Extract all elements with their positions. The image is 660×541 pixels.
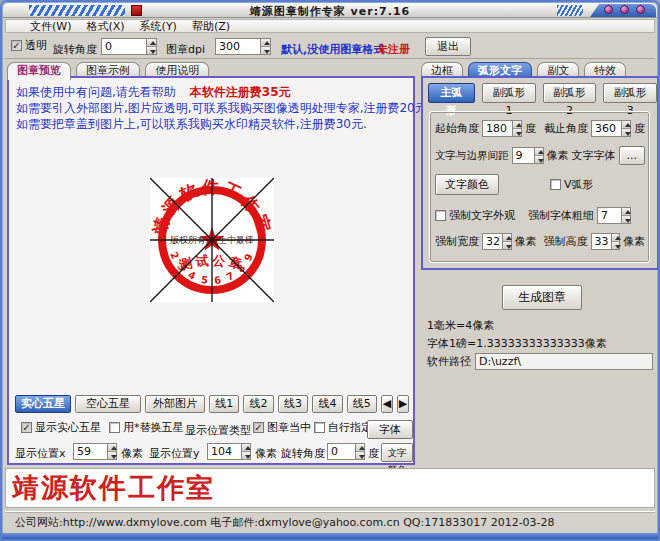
tab-stamp-preview[interactable]: 图章预览 — [7, 62, 71, 80]
line4-button[interactable]: 线4 — [312, 395, 342, 413]
force-height-spinner[interactable] — [591, 233, 621, 250]
close-button[interactable] — [636, 5, 645, 14]
v-arc-checkbox[interactable]: V弧形 — [550, 177, 594, 192]
software-path-row: 软件路径 — [427, 353, 653, 370]
scroll-left-button[interactable]: ◀ — [381, 395, 393, 413]
checkbox-check-icon: ✓ — [11, 40, 22, 51]
status-bar: 公司网站:http://www.dxmylove.com 电子邮件:dxmylo… — [5, 511, 655, 533]
minimize-button[interactable] — [604, 5, 613, 14]
pos-x-spinner[interactable] — [73, 443, 117, 460]
force-height-label: 强制高度 — [544, 234, 588, 249]
title-bar[interactable]: 靖源图章制作专家 ver:7.16 — [3, 3, 657, 18]
menu-file[interactable]: 文件(W) — [30, 19, 71, 34]
degree-label: 度 — [525, 121, 536, 136]
pt-conversion-text: 字体1磅=1.33333333333333像素 — [427, 336, 607, 351]
show-solid-star-checkbox[interactable]: ✓ 显示实心五星 — [21, 420, 101, 435]
spinner-arrows-icon[interactable] — [241, 444, 250, 459]
pos-y-label: 显示位置y — [149, 446, 200, 461]
end-angle-label: 截止角度 — [544, 121, 588, 136]
status-text: 公司网站:http://www.dxmylove.com 电子邮件:dxmylo… — [5, 515, 555, 530]
checkbox-check-icon: ✓ — [21, 422, 32, 433]
spinner-arrows-icon[interactable] — [621, 208, 630, 223]
sub-arc1-button[interactable]: 副弧形1 — [482, 83, 536, 103]
spinner-arrows-icon[interactable] — [260, 39, 270, 54]
banner-text: 靖源软件工作室 — [6, 470, 215, 506]
text-margin-label: 文字与边界间距 — [435, 149, 509, 163]
menu-format[interactable]: 格式(X) — [86, 19, 124, 34]
spinner-arrows-icon[interactable] — [107, 444, 116, 459]
external-image-button[interactable]: 外部图片 — [145, 395, 205, 413]
line3-button[interactable]: 线3 — [278, 395, 308, 413]
solid-star-button[interactable]: 实心五星 — [15, 395, 71, 413]
register-fee-text: 本软件注册费35元 — [190, 85, 291, 99]
position-row: 显示位置x 像素 显示位置y 像素 旋转角度 度 文字颜色 — [9, 442, 413, 464]
arc-settings-groupbox: 起始角度 度 截止角度 度 文字与边界间距 像素 — [429, 111, 650, 263]
sub-arc2-button[interactable]: 副弧形2 — [543, 83, 597, 103]
text-color-button[interactable]: 文字颜色 — [381, 443, 413, 462]
exit-button[interactable]: 退出 — [425, 37, 471, 56]
software-path-input[interactable] — [475, 353, 653, 370]
force-width-spinner[interactable] — [482, 233, 512, 250]
stamp-preview-image: 靖源软件工作室 版权所有 生中最棒 测试公章 2 3 4 5 6 7 8 9 — [150, 178, 274, 302]
rotate-spinner[interactable] — [327, 443, 365, 460]
checkbox-box — [109, 422, 120, 433]
force-text-look-checkbox[interactable]: 强制文字外观 — [435, 208, 515, 223]
text-margin-spinner[interactable] — [512, 147, 544, 164]
start-angle-label: 起始角度 — [435, 121, 479, 136]
pixels-label: 像素 — [623, 234, 645, 249]
pixels-label: 像素 — [515, 234, 537, 249]
degree-label: 度 — [634, 121, 645, 136]
dpi-label: 图章dpi — [166, 42, 205, 57]
spinner-arrows-icon[interactable] — [502, 234, 510, 249]
line2-button[interactable]: 线2 — [243, 395, 273, 413]
line5-button[interactable]: 线5 — [347, 395, 377, 413]
force-width-label: 强制宽度 — [435, 234, 479, 249]
center-position-checkbox[interactable]: ✓ 图章当中 — [253, 420, 311, 435]
force-weight-spinner[interactable] — [597, 207, 631, 224]
toolbar: ✓ 透明 旋转角度 图章dpi 默认,没使用图章格式 未注册 退出 — [5, 34, 655, 59]
arc-text-color-button[interactable]: 文字颜色 — [435, 174, 499, 195]
help-line2: 如需要引入外部图片,图片应透明,可联系我购买图像透明处理专家,注册费20元 — [16, 100, 427, 116]
position-type-label: 显示位置类型 — [185, 423, 251, 438]
menu-system[interactable]: 系统(Y) — [140, 19, 177, 34]
spinner-arrows-icon[interactable] — [512, 121, 521, 136]
rotate-angle-label: 旋转角度 — [53, 42, 97, 57]
maximize-button[interactable] — [620, 5, 629, 14]
stamp-guide-lines — [150, 178, 274, 302]
pos-y-spinner[interactable] — [207, 443, 251, 460]
display-options-row: ✓ 显示实心五星 用*替换五星 显示位置类型 ✓ 图章当中 自行指定 字体 — [9, 419, 413, 439]
stamp-preview-panel: 如果使用中有问题,请先看帮助本软件注册费35元 如需要引入外部图片,图片应透明,… — [7, 76, 415, 465]
spinner-arrows-icon[interactable] — [146, 39, 156, 54]
rotate-angle-spinner[interactable] — [101, 38, 157, 55]
element-button-row: 实心五星 空心五星 外部图片 线1 线2 线3 线4 线5 ◀ ▶ — [15, 395, 409, 413]
hollow-star-button[interactable]: 空心五星 — [75, 395, 141, 413]
generate-stamp-button[interactable]: 生成图章 — [502, 285, 582, 310]
spinner-arrows-icon[interactable] — [355, 444, 364, 459]
checkbox-check-icon: ✓ — [253, 422, 264, 433]
menu-help[interactable]: 帮助(Z) — [192, 19, 230, 34]
sub-arc3-button[interactable]: 副弧形3 — [603, 83, 657, 103]
custom-position-checkbox[interactable]: 自行指定 — [314, 420, 372, 435]
pos-x-label: 显示位置x — [15, 446, 66, 461]
checkbox-box — [550, 179, 561, 190]
scroll-right-button[interactable]: ▶ — [397, 395, 409, 413]
help-line1: 如果使用中有问题,请先看帮助 — [16, 85, 176, 99]
pixels-label: 像素 — [255, 446, 277, 461]
font-picker-button[interactable]: ... — [619, 146, 645, 165]
format-hint-text: 默认,没使用图章格式 — [281, 42, 384, 57]
line1-button[interactable]: 线1 — [209, 395, 239, 413]
main-arc-button[interactable]: 主弧形 — [428, 83, 475, 103]
start-angle-spinner[interactable] — [482, 120, 522, 137]
software-path-label: 软件路径 — [427, 354, 471, 369]
spinner-arrows-icon[interactable] — [621, 121, 630, 136]
spinner-arrows-icon[interactable] — [611, 234, 619, 249]
transparent-checkbox[interactable]: ✓ 透明 — [11, 38, 47, 53]
spinner-arrows-icon[interactable] — [534, 148, 543, 163]
help-text-block: 如果使用中有问题,请先看帮助本软件注册费35元 如需要引入外部图片,图片应透明,… — [16, 84, 427, 132]
font-button[interactable]: 字体 — [367, 420, 413, 439]
dpi-spinner[interactable] — [215, 38, 271, 55]
end-angle-spinner[interactable] — [591, 120, 631, 137]
window-bottom-border — [2, 533, 658, 539]
replace-star-checkbox[interactable]: 用*替换五星 — [109, 420, 184, 435]
menu-bar: 文件(W) 格式(X) 系统(Y) 帮助(Z) — [5, 19, 655, 33]
